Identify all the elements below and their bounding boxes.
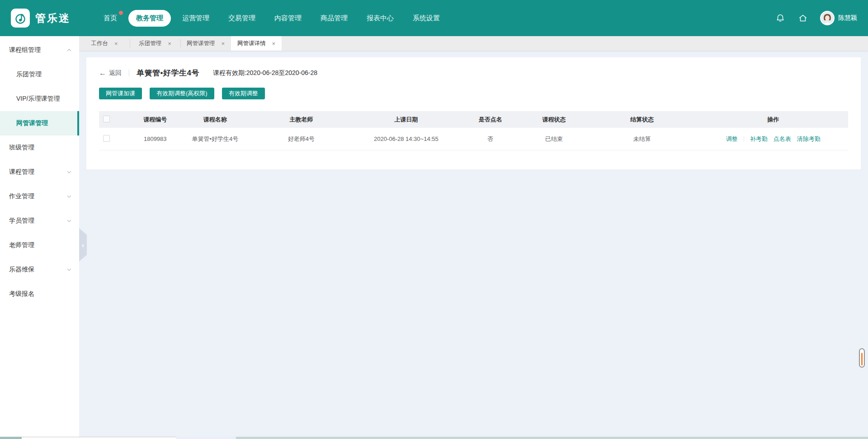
sidebar-item-label: VIP/乐理课管理	[16, 95, 60, 103]
nav-label: 运营管理	[182, 14, 209, 22]
nav-label: 报表中心	[367, 14, 394, 22]
primary-nav: 首页 教务管理 运营管理 交易管理 内容管理 商品管理 报表中心 系统设置	[96, 10, 448, 27]
select-all-checkbox[interactable]	[103, 116, 110, 122]
sidebar-item-online-course-mgmt[interactable]: 网管课管理	[0, 111, 79, 135]
sidebar-item-vip-theory[interactable]: VIP/乐理课管理	[0, 87, 79, 111]
validity-adjust-privileged-button[interactable]: 有效期调整(高权限)	[150, 88, 214, 99]
nav-item-home[interactable]: 首页	[96, 10, 125, 27]
cell-course-status: 已结束	[522, 135, 586, 143]
nav-label: 系统设置	[413, 14, 440, 22]
sidebar-item-exam-registration[interactable]: 考级报名	[0, 282, 79, 306]
sidebar-item-student-mgmt[interactable]: 学员管理	[0, 209, 79, 233]
back-button[interactable]: ← 返回	[99, 69, 122, 77]
add-online-course-button[interactable]: 网管课加课	[99, 88, 142, 99]
page-title: 单簧管•好学生4号	[137, 68, 199, 78]
col-header-teacher: 主教老师	[249, 116, 354, 124]
adjust-link[interactable]: 调整	[726, 135, 738, 143]
close-icon[interactable]: ×	[114, 41, 118, 47]
nav-label: 内容管理	[274, 14, 302, 22]
nav-item-content[interactable]: 内容管理	[267, 10, 309, 27]
sidebar-item-label: 乐器维保	[9, 266, 34, 274]
action-buttons-row: 网管课加课 有效期调整(高权限) 有效期调整	[99, 88, 848, 99]
tab-label: 网管课详情	[237, 40, 266, 47]
home-icon[interactable]	[797, 13, 808, 23]
user-menu[interactable]: 陈慧颖	[820, 11, 857, 25]
nav-item-transactions[interactable]: 交易管理	[221, 10, 263, 27]
nav-item-products[interactable]: 商品管理	[313, 10, 355, 27]
col-header-settle-status: 结算状态	[586, 116, 698, 124]
close-icon[interactable]: ×	[221, 41, 225, 47]
logo-icon	[11, 9, 30, 28]
nav-item-academic[interactable]: 教务管理	[128, 10, 171, 27]
chevron-left-icon: ‹	[82, 241, 84, 249]
scrollbar-track	[176, 437, 236, 439]
cell-course-id: 1809983	[129, 135, 181, 142]
avatar	[820, 11, 835, 25]
course-validity-text: 课程有效期:2020-06-28至2020-06-28	[213, 69, 317, 77]
app-window: 管乐迷 首页 教务管理 运营管理 交易管理 内容管理 商品管理 报表中心 系统设…	[0, 0, 868, 439]
back-arrow-icon: ←	[99, 69, 106, 77]
nav-label: 商品管理	[321, 14, 348, 22]
top-navbar: 管乐迷 首页 教务管理 运营管理 交易管理 内容管理 商品管理 报表中心 系统设…	[0, 0, 868, 36]
tab-online-course-mgmt[interactable]: 网管课管理 ×	[180, 36, 231, 51]
sidebar-item-class-mgmt[interactable]: 班级管理	[0, 135, 79, 160]
chevron-up-icon	[66, 47, 72, 53]
roll-call-sheet-link[interactable]: 点名表	[774, 135, 791, 143]
sidebar-item-teacher-mgmt[interactable]: 老师管理	[0, 233, 79, 257]
sidebar-item-homework-mgmt[interactable]: 作业管理	[0, 184, 79, 209]
chevron-down-icon	[66, 194, 72, 199]
close-icon[interactable]: ×	[168, 41, 171, 47]
sidebar-item-label: 考级报名	[9, 290, 34, 298]
sidebar-item-course-mgmt[interactable]: 课程管理	[0, 160, 79, 184]
cell-course-name: 单簧管•好学生4号	[181, 135, 249, 143]
horizontal-scrollbar-thumb[interactable]	[22, 437, 176, 439]
validity-adjust-button[interactable]: 有效期调整	[222, 88, 265, 99]
cell-date: 2020-06-28 14:30~14:55	[354, 135, 458, 142]
col-header-course-name: 课程名称	[181, 116, 249, 124]
sidebar: 课程组管理 乐团管理 VIP/乐理课管理 网管课管理 班级管理 课程管理 作业管…	[0, 36, 79, 437]
nav-label: 教务管理	[136, 14, 163, 22]
cell-roll-call: 否	[458, 135, 522, 143]
makeup-attendance-link[interactable]: 补考勤	[750, 135, 768, 143]
course-table: 课程编号 课程名称 主教老师 上课日期 是否点名 课程状态 结算状态 操作 18…	[99, 111, 848, 150]
scrollbar-track	[236, 437, 868, 439]
tab-online-course-detail[interactable]: 网管课详情 ×	[231, 36, 282, 51]
topbar-right: 陈慧颖	[775, 11, 857, 25]
row-checkbox[interactable]	[103, 135, 110, 142]
close-icon[interactable]: ×	[272, 41, 275, 47]
sidebar-item-instrument-maintenance[interactable]: 乐器维保	[0, 257, 79, 282]
col-header-operations: 操作	[698, 116, 848, 124]
sidebar-item-label: 学员管理	[9, 217, 34, 225]
nav-item-reports[interactable]: 报表中心	[359, 10, 401, 27]
open-tabs-bar: 工作台 × 乐团管理 × 网管课管理 × 网管课详情 ×	[79, 36, 868, 51]
nav-label: 交易管理	[228, 14, 255, 22]
tab-workbench[interactable]: 工作台 ×	[79, 36, 130, 51]
nav-item-operations[interactable]: 运营管理	[175, 10, 217, 27]
brand-name: 管乐迷	[35, 11, 71, 25]
scroll-indicator-fill	[861, 353, 863, 365]
sidebar-item-label: 课程管理	[9, 168, 34, 176]
vertical-scroll-indicator[interactable]	[859, 348, 865, 368]
divider	[744, 136, 744, 142]
nav-label: 首页	[104, 14, 117, 22]
divider	[129, 70, 129, 76]
chevron-down-icon	[66, 169, 72, 175]
nav-item-settings[interactable]: 系统设置	[405, 10, 448, 27]
tab-band-mgmt[interactable]: 乐团管理 ×	[130, 36, 180, 51]
sidebar-item-course-groups[interactable]: 课程组管理	[0, 38, 79, 62]
clear-attendance-link[interactable]: 清除考勤	[797, 135, 821, 143]
bell-icon[interactable]	[775, 13, 786, 23]
notification-dot	[119, 11, 123, 15]
cell-operations: 调整 补考勤 点名表 清除考勤	[698, 135, 848, 143]
table-row: 1809983 单簧管•好学生4号 好老师4号 2020-06-28 14:30…	[99, 128, 848, 150]
sidebar-item-band-mgmt[interactable]: 乐团管理	[0, 62, 79, 87]
sidebar-item-label: 作业管理	[9, 192, 34, 201]
sidebar-item-label: 网管课管理	[16, 119, 48, 127]
table-header-row: 课程编号 课程名称 主教老师 上课日期 是否点名 课程状态 结算状态 操作	[99, 111, 848, 128]
col-header-date: 上课日期	[354, 116, 458, 124]
course-detail-card: ← 返回 单簧管•好学生4号 课程有效期:2020-06-28至2020-06-…	[86, 57, 861, 169]
tab-label: 乐团管理	[139, 40, 161, 47]
brand-logo[interactable]: 管乐迷	[11, 9, 71, 28]
col-header-course-status: 课程状态	[522, 116, 586, 124]
horizontal-scrollbar	[0, 437, 868, 439]
